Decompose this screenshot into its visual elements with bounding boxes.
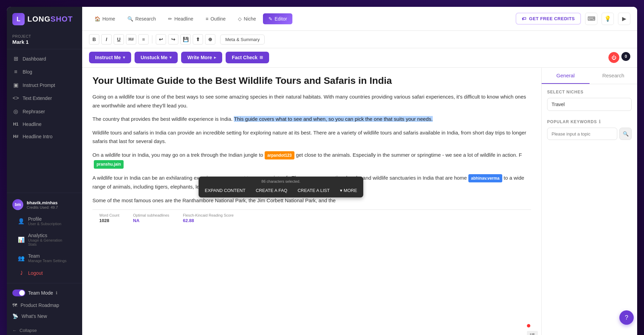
save-button[interactable]: 💾 — [180, 34, 191, 44]
research-tab-icon: 🔍 — [127, 16, 133, 22]
write-more-button[interactable]: Write More ▸ — [181, 52, 222, 63]
tab-editor[interactable]: ✎ Editor — [263, 13, 293, 24]
paragraph-4: On a wildlife tour in India, you may go … — [92, 151, 531, 169]
research-tab-label: Research — [135, 16, 156, 22]
help-button[interactable]: ? — [619, 310, 634, 325]
undo-button[interactable]: ↩ — [156, 34, 166, 44]
unstuck-me-button[interactable]: Unstuck Me ▾ — [135, 52, 178, 63]
sidebar-item-logout[interactable]: ⤸ Logout — [12, 266, 77, 280]
logout-icon: ⤸ — [18, 270, 25, 276]
analytics-sublabel: Usage & Generation Stats — [28, 238, 71, 246]
underline-icon: U — [117, 37, 121, 42]
redo-button[interactable]: ↪ — [168, 34, 178, 44]
text-extender-icon: <> — [12, 95, 19, 101]
optimal-value: NA — [133, 218, 169, 223]
sidebar-item-whats-new[interactable]: 📡 What's New — [7, 311, 82, 322]
keyboard-icon-button[interactable]: ⌨ — [585, 13, 597, 25]
free-credits-button[interactable]: 🏷 GET FREE CREDITS — [516, 13, 581, 25]
action-bar: Instruct Me ▾ Unstuck Me ▾ Write More ▸ … — [82, 48, 637, 68]
home-tab-label: Home — [102, 16, 115, 22]
instruct-me-label: Instruct Me — [95, 55, 121, 60]
tab-outline[interactable]: ≡ Outline — [200, 13, 231, 24]
meta-summary-button[interactable]: Meta & Summary — [220, 35, 265, 44]
selection-tooltip: 86 characters selected. EXPAND CONTENT C… — [199, 177, 363, 197]
sidebar-item-analytics[interactable]: 📊 Analytics Usage & Generation Stats — [12, 229, 77, 250]
sidebar-bottom: Team Mode ℹ 🗺 Product Roadmap 📡 What's N… — [7, 283, 82, 324]
profile-icon: 👤 — [18, 218, 25, 224]
sidebar: L LONGSHOT Project Mark 1 ⊞ Dashboard ≡ … — [7, 7, 82, 335]
team-mode-toggle[interactable] — [12, 289, 25, 296]
tab-research[interactable]: 🔍 Research — [122, 13, 161, 24]
project-label: Project — [12, 34, 77, 38]
italic-button[interactable]: I — [101, 34, 112, 44]
list-button[interactable]: ≡ — [138, 34, 149, 44]
collapse-button[interactable]: ← Collapse — [7, 324, 82, 335]
create-faq-button[interactable]: CREATE A FAQ — [251, 185, 292, 195]
user-row[interactable]: bm bhavik.minhas Credits Used: 49.7 — [12, 196, 77, 213]
info-circle-icon: ℹ — [599, 119, 601, 124]
sidebar-item-headline-intro[interactable]: H# Headline Intro — [7, 130, 82, 143]
sidebar-item-headline[interactable]: H1 Headline — [7, 118, 82, 130]
top-nav-right: 🏷 GET FREE CREDITS ⌨ 💡 ▶ — [516, 13, 630, 25]
collaborator-badge-abhinav: abhinav.verma — [468, 174, 502, 182]
expand-content-button[interactable]: EXPAND CONTENT — [200, 185, 250, 195]
sidebar-item-instruct-prompt[interactable]: ▣ Instruct Prompt — [7, 78, 82, 92]
tab-home[interactable]: 🏠 Home — [89, 13, 121, 24]
sidebar-item-blog[interactable]: ≡ Blog — [7, 65, 82, 78]
bottom-bar: Word Count 1028 Optimal subheadlines NA … — [92, 209, 531, 227]
more-options-button[interactable]: ▾ MORE — [335, 185, 362, 195]
niche-select[interactable]: Travel — [547, 98, 632, 111]
word-count-stat: Word Count 1028 — [99, 213, 119, 223]
editor-tab-label: Editor — [275, 16, 287, 22]
paragraph-1: Going on a wildlife tour is one of the b… — [92, 92, 531, 110]
lightbulb-icon-button[interactable]: 💡 — [602, 13, 614, 25]
keywords-input[interactable] — [547, 128, 617, 140]
underline-button[interactable]: U — [114, 34, 124, 44]
italic-icon: I — [106, 37, 107, 42]
toolbar-separator — [152, 35, 152, 43]
logout-label: Logout — [28, 270, 43, 276]
logo-text: LONGSHOT — [27, 15, 73, 24]
flesch-stat: Flesch-Kincaid Reading Score 62.88 — [183, 213, 233, 223]
play-icon-button[interactable]: ▶ — [618, 13, 630, 25]
user-name: bhavik.minhas — [27, 200, 58, 205]
create-list-button[interactable]: CREATE A LIST — [293, 185, 334, 195]
editor-main[interactable]: Your Ultimate Guide to the Best Wildlife… — [82, 68, 541, 335]
sidebar-item-rephraser[interactable]: ◎ Rephraser — [7, 105, 82, 118]
sidebar-item-dashboard[interactable]: ⊞ Dashboard — [7, 52, 82, 65]
editor-area: Your Ultimate Guide to the Best Wildlife… — [82, 68, 637, 335]
headline-tab-icon: ✏ — [168, 16, 172, 22]
write-more-label: Write More — [187, 55, 212, 60]
roadmap-label: Product Roadmap — [21, 302, 59, 308]
headline-tab-label: Headline — [174, 16, 193, 22]
blog-icon: ≡ — [12, 69, 19, 75]
bold-button[interactable]: B — [89, 34, 99, 44]
sidebar-item-profile[interactable]: 👤 Profile User & Subscription — [12, 213, 77, 229]
list-icon: ≡ — [142, 37, 145, 42]
tab-headline[interactable]: ✏ Headline — [163, 13, 199, 24]
sidebar-item-product-roadmap[interactable]: 🗺 Product Roadmap — [7, 300, 82, 311]
share-button[interactable]: ⊕ — [205, 34, 215, 44]
fact-check-button[interactable]: Fact Check ⊞ — [226, 52, 269, 63]
sidebar-item-text-extender[interactable]: <> Text Extender — [7, 92, 82, 105]
right-panel: General Research SELECT NICHES Travel PO… — [541, 68, 637, 335]
credits-icon: 🏷 — [522, 16, 527, 21]
select-niches-label: SELECT NICHES — [547, 90, 632, 94]
flesch-value: 62.88 — [183, 218, 233, 223]
keywords-search-button[interactable]: 🔍 — [619, 128, 632, 140]
tab-niche[interactable]: ◇ Niche — [232, 13, 262, 24]
chevron-more-icon: ▾ — [340, 188, 342, 193]
help-icon: ? — [625, 314, 628, 321]
home-tab-icon: 🏠 — [94, 16, 100, 22]
sidebar-item-team[interactable]: 👥 Team Manage Team Settings — [12, 250, 77, 266]
analytics-icon: 📊 — [18, 236, 25, 243]
count-badge: 0 — [621, 52, 630, 61]
instruct-me-button[interactable]: Instruct Me ▾ — [89, 52, 131, 63]
free-credits-label: GET FREE CREDITS — [529, 16, 575, 21]
right-tab-general[interactable]: General — [542, 68, 590, 84]
bold-icon: B — [92, 37, 96, 42]
right-tab-research[interactable]: Research — [590, 68, 637, 84]
power-button[interactable]: ⏻ — [608, 52, 619, 63]
upload-button[interactable]: ⬆ — [193, 34, 203, 44]
heading-button[interactable]: H# — [126, 34, 136, 44]
